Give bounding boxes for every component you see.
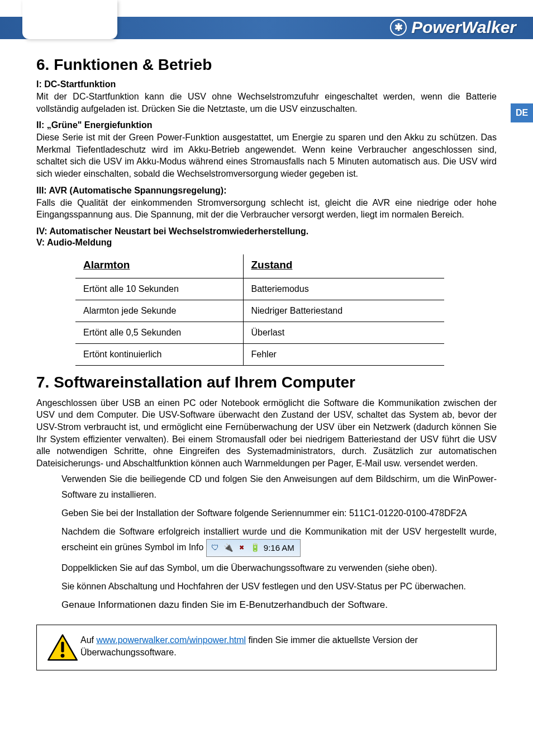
- col-alarmton: Alarmton: [75, 254, 243, 278]
- section-6-title: 6. Funktionen & Betrieb: [36, 56, 497, 74]
- notice-box: Auf www.powerwalker.com/winpower.html fi…: [36, 625, 497, 670]
- col-zustand: Zustand: [243, 254, 444, 278]
- notice-link[interactable]: www.powerwalker.com/winpower.html: [96, 635, 246, 645]
- section-7-title: 7. Softwareinstallation auf Ihrem Comput…: [36, 374, 497, 391]
- step-5: Sie können Abschaltung und Hochfahren de…: [61, 579, 497, 594]
- plug-icon: ✱: [390, 19, 407, 36]
- tray-plug-icon: 🔌: [223, 543, 234, 553]
- warning-icon: [47, 634, 78, 661]
- sub-iii-body: Falls die Qualität der einkommenden Stro…: [36, 197, 497, 221]
- notice-pre: Auf: [80, 635, 96, 645]
- sub-iv-head: IV: Automatischer Neustart bei Wechselst…: [36, 226, 497, 237]
- sub-iii-head: III: AVR (Automatische Spannungsregelung…: [36, 186, 497, 196]
- header-tab: [22, 0, 117, 39]
- sub-ii-body: Diese Serie ist mit der Green Power-Funk…: [36, 131, 497, 179]
- cell: Ertönt alle 10 Sekunden: [75, 278, 243, 300]
- brand-logo: ✱ PowerWalker: [390, 18, 516, 37]
- language-label: DE: [516, 108, 528, 118]
- svg-point-2: [61, 654, 65, 658]
- cell: Batteriemodus: [243, 278, 444, 300]
- table-row: Ertönt alle 0,5 Sekunden Überlast: [75, 322, 444, 343]
- tray-time: 9:16 AM: [264, 541, 294, 555]
- step-3: Nachdem die Software erfolgreich install…: [61, 524, 497, 557]
- language-tab: DE: [511, 103, 533, 122]
- cell: Alarmton jede Sekunde: [75, 300, 243, 322]
- cell: Ertönt kontinuierlich: [75, 343, 243, 365]
- cell: Niedriger Batteriestand: [243, 300, 444, 322]
- table-row: Ertönt alle 10 Sekunden Batteriemodus: [75, 278, 444, 300]
- table-header-row: Alarmton Zustand: [75, 254, 444, 278]
- svg-rect-1: [61, 642, 64, 653]
- sub-i-body: Mit der DC-Startfunktion kann die USV oh…: [36, 91, 497, 115]
- cell: Fehler: [243, 343, 444, 365]
- step-2: Geben Sie bei der Installation der Softw…: [61, 505, 497, 521]
- step-1: Verwenden Sie die beiliegende CD und fol…: [61, 471, 497, 502]
- steps-list: Verwenden Sie die beiliegende CD und fol…: [36, 471, 497, 613]
- step-6: Genaue Informationen dazu finden Sie im …: [61, 597, 497, 613]
- cell: Überlast: [243, 322, 444, 343]
- sub-ii-head: II: „Grüne" Energiefunktion: [36, 120, 497, 130]
- table-row: Alarmton jede Sekunde Niedriger Batterie…: [75, 300, 444, 322]
- table-row: Ertönt kontinuierlich Fehler: [75, 343, 444, 365]
- system-tray: 🛡 🔌 ✖ 🔋 9:16 AM: [206, 539, 301, 557]
- notice-text: Auf www.powerwalker.com/winpower.html fi…: [80, 634, 486, 659]
- sub-v-head: V: Audio-Meldung: [36, 238, 497, 248]
- page-content: 6. Funktionen & Betrieb I: DC-Startfunkt…: [0, 39, 533, 693]
- page-header: ✱ PowerWalker: [0, 0, 533, 39]
- tray-green-icon: 🔋: [250, 543, 260, 553]
- brand-text: PowerWalker: [411, 18, 516, 37]
- step-4: Doppelklicken Sie auf das Symbol, um die…: [61, 560, 497, 575]
- section-7-intro: Angeschlossen über USB an einen PC oder …: [36, 397, 497, 470]
- tray-shield-icon: 🛡: [210, 543, 220, 553]
- sub-i-head: I: DC-Startfunktion: [36, 79, 497, 89]
- tray-x-icon: ✖: [237, 543, 247, 553]
- alarm-table: Alarmton Zustand Ertönt alle 10 Sekunden…: [75, 254, 444, 366]
- cell: Ertönt alle 0,5 Sekunden: [75, 322, 243, 343]
